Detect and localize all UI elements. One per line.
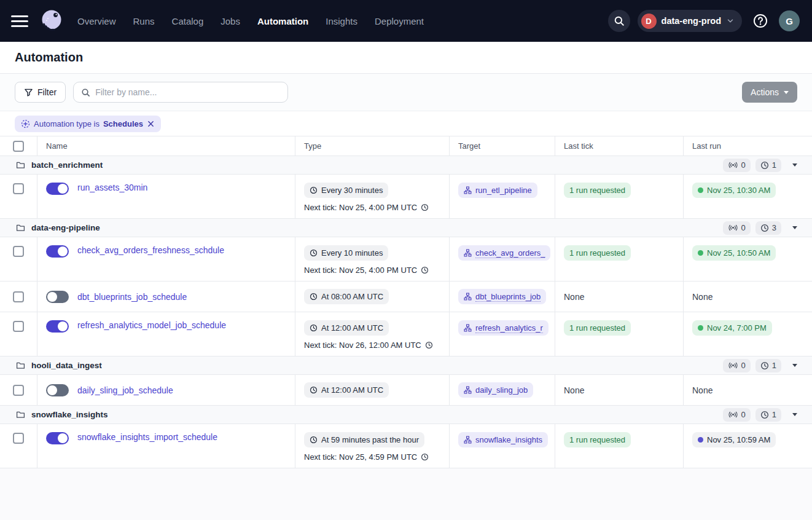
- schedule-toggle[interactable]: [46, 291, 69, 303]
- schedule-name-link[interactable]: daily_sling_job_schedule: [77, 385, 173, 395]
- filter-chip-automation-type[interactable]: Automation type is Schedules: [15, 116, 161, 132]
- run-status-dot-started: [698, 437, 703, 443]
- group-row-hooli-data-ingest[interactable]: hooli_data_ingest 0 1: [0, 357, 812, 375]
- automation-type-icon: [21, 119, 30, 128]
- row-checkbox[interactable]: [13, 246, 24, 257]
- nav-overview[interactable]: Overview: [77, 16, 116, 26]
- nav-jobs[interactable]: Jobs: [221, 16, 240, 26]
- name-filter-input[interactable]: [95, 87, 280, 97]
- clock-icon: [310, 436, 318, 444]
- folder-icon: [16, 410, 25, 419]
- clock-icon: [421, 203, 429, 211]
- schedule-name-link[interactable]: refresh_analytics_model_job_schedule: [77, 320, 226, 330]
- column-header-type: Type: [295, 136, 449, 156]
- group-name: hooli_data_ingest: [31, 361, 102, 370]
- row-checkbox[interactable]: [13, 321, 24, 332]
- schedule-name-link[interactable]: dbt_blueprints_job_schedule: [77, 292, 187, 302]
- run-status-dot-success: [698, 325, 703, 331]
- help-button[interactable]: [749, 10, 771, 32]
- last-run-pill[interactable]: Nov 25, 10:30 AM: [692, 183, 776, 198]
- folder-icon: [16, 361, 25, 370]
- schedule-count-badge: 1: [755, 408, 781, 422]
- chevron-down-icon: [784, 91, 789, 94]
- last-run-none: None: [692, 292, 712, 302]
- schedule-toggle[interactable]: [46, 384, 69, 396]
- target-job-pill[interactable]: run_etl_pipeline: [458, 183, 537, 198]
- last-run-pill[interactable]: Nov 25, 10:50 AM: [692, 245, 776, 261]
- actions-button-label: Actions: [751, 87, 779, 97]
- row-checkbox[interactable]: [13, 183, 24, 194]
- schedule-name-link[interactable]: run_assets_30min: [77, 183, 147, 192]
- next-tick-text: Next tick: Nov 25, 4:59 PM UTC: [304, 452, 429, 462]
- group-row-snowflake-insights[interactable]: snowflake_insights 0 1: [0, 406, 812, 424]
- column-header-name: Name: [37, 136, 295, 156]
- column-header-last-run: Last run: [683, 136, 812, 156]
- close-icon[interactable]: [147, 120, 155, 128]
- group-name: batch_enrichment: [31, 160, 103, 170]
- clock-icon: [310, 249, 318, 257]
- clock-icon: [760, 224, 769, 232]
- clock-icon: [760, 161, 769, 170]
- user-avatar[interactable]: G: [779, 10, 800, 31]
- clock-icon: [310, 324, 318, 332]
- target-job-pill[interactable]: check_avg_orders_: [458, 245, 550, 261]
- row-checkbox[interactable]: [13, 385, 24, 396]
- chevron-down-icon: [726, 17, 735, 25]
- last-run-pill[interactable]: Nov 25, 10:59 AM: [692, 432, 776, 447]
- collapse-group-button[interactable]: [792, 163, 797, 167]
- row-checkbox[interactable]: [13, 291, 24, 302]
- workspace-avatar: D: [641, 14, 657, 29]
- schedule-type-pill: Every 10 minutes: [304, 245, 388, 261]
- select-all-checkbox[interactable]: [13, 141, 24, 152]
- target-job-pill[interactable]: snowflake_insights: [458, 432, 548, 447]
- clock-icon: [421, 453, 429, 461]
- last-tick-status-pill[interactable]: 1 run requested: [564, 320, 631, 336]
- schedule-name-link[interactable]: snowflake_insights_import_schedule: [77, 432, 217, 442]
- next-tick-text: Next tick: Nov 25, 4:00 PM UTC: [304, 203, 429, 212]
- menu-icon[interactable]: [11, 15, 28, 27]
- run-status-dot-success: [698, 250, 703, 256]
- search-icon: [614, 15, 625, 26]
- actions-button[interactable]: Actions: [742, 82, 797, 103]
- name-filter-box: [73, 82, 288, 103]
- schedule-toggle[interactable]: [46, 245, 69, 258]
- search-button[interactable]: [608, 10, 630, 32]
- nav-insights[interactable]: Insights: [326, 16, 357, 26]
- column-header-last-tick: Last tick: [555, 136, 683, 156]
- target-job-pill[interactable]: dbt_blueprints_job: [458, 289, 546, 304]
- run-status-dot-success: [698, 187, 703, 193]
- schedule-type-pill: At 12:00 AM UTC: [304, 382, 389, 398]
- target-job-pill[interactable]: refresh_analytics_r: [458, 320, 548, 336]
- group-row-batch-enrichment[interactable]: batch_enrichment 0 1: [0, 156, 812, 175]
- target-job-pill[interactable]: daily_sling_job: [458, 382, 533, 398]
- sensor-icon: [728, 162, 738, 168]
- schedule-toggle[interactable]: [46, 183, 69, 195]
- collapse-group-button[interactable]: [792, 413, 797, 416]
- dagster-logo-icon[interactable]: [38, 7, 65, 34]
- clock-icon: [310, 293, 318, 301]
- schedule-name-link[interactable]: check_avg_orders_freshness_schdule: [77, 245, 224, 255]
- nav-catalog[interactable]: Catalog: [172, 16, 204, 26]
- collapse-group-button[interactable]: [792, 364, 797, 367]
- toolbar: Filter Actions: [0, 74, 812, 111]
- schedule-toggle[interactable]: [46, 320, 69, 333]
- filter-button[interactable]: Filter: [15, 82, 66, 103]
- last-tick-status-pill[interactable]: 1 run requested: [564, 432, 631, 447]
- workspace-switcher[interactable]: D data-eng-prod: [638, 10, 742, 32]
- last-tick-status-pill[interactable]: 1 run requested: [564, 245, 631, 261]
- table-header-row: Name Type Target Last tick Last run: [0, 136, 812, 156]
- nav-automation[interactable]: Automation: [257, 16, 308, 26]
- nav-runs[interactable]: Runs: [133, 16, 155, 26]
- job-graph-icon: [464, 324, 472, 332]
- column-header-target: Target: [449, 136, 555, 156]
- folder-icon: [16, 160, 25, 170]
- last-run-pill[interactable]: Nov 24, 7:00 PM: [692, 320, 772, 336]
- nav-deployment[interactable]: Deployment: [375, 16, 424, 26]
- clock-icon: [760, 361, 769, 370]
- row-checkbox[interactable]: [13, 433, 24, 444]
- schedule-toggle[interactable]: [46, 432, 69, 444]
- group-row-data-eng-pipeline[interactable]: data-eng-pipeline 0 3: [0, 219, 812, 237]
- last-tick-status-pill[interactable]: 1 run requested: [564, 183, 631, 198]
- collapse-group-button[interactable]: [792, 226, 797, 229]
- automations-table: Name Type Target Last tick Last run batc…: [0, 136, 812, 468]
